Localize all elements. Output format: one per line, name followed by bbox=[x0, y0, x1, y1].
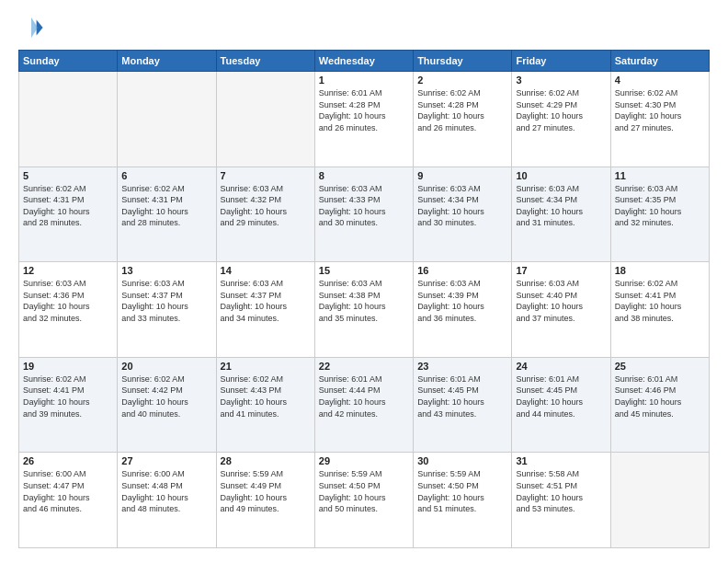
calendar-table: SundayMondayTuesdayWednesdayThursdayFrid… bbox=[18, 50, 710, 548]
calendar-cell: 9Sunrise: 6:03 AM Sunset: 4:34 PM Daylig… bbox=[414, 167, 512, 262]
day-number: 3 bbox=[516, 75, 606, 86]
calendar-cell bbox=[216, 72, 314, 167]
day-number: 12 bbox=[23, 265, 113, 276]
calendar-cell: 25Sunrise: 6:01 AM Sunset: 4:46 PM Dayli… bbox=[610, 357, 709, 453]
calendar-cell bbox=[19, 72, 118, 167]
calendar-cell: 12Sunrise: 6:03 AM Sunset: 4:36 PM Dayli… bbox=[19, 262, 118, 358]
day-number: 21 bbox=[221, 361, 311, 372]
day-info: Sunrise: 6:03 AM Sunset: 4:35 PM Dayligh… bbox=[615, 183, 705, 229]
day-info: Sunrise: 6:02 AM Sunset: 4:30 PM Dayligh… bbox=[615, 87, 705, 133]
day-number: 9 bbox=[417, 170, 507, 181]
day-number: 8 bbox=[319, 170, 409, 181]
calendar-cell: 6Sunrise: 6:02 AM Sunset: 4:31 PM Daylig… bbox=[118, 167, 216, 262]
calendar-cell: 19Sunrise: 6:02 AM Sunset: 4:41 PM Dayli… bbox=[19, 357, 118, 453]
calendar-cell: 30Sunrise: 5:59 AM Sunset: 4:50 PM Dayli… bbox=[414, 453, 512, 548]
weekday-friday: Friday bbox=[512, 51, 610, 72]
day-info: Sunrise: 5:59 AM Sunset: 4:49 PM Dayligh… bbox=[221, 468, 311, 514]
calendar-cell: 17Sunrise: 6:03 AM Sunset: 4:40 PM Dayli… bbox=[512, 262, 610, 358]
day-number: 24 bbox=[516, 361, 606, 372]
header bbox=[18, 15, 710, 40]
calendar-cell: 29Sunrise: 5:59 AM Sunset: 4:50 PM Dayli… bbox=[314, 453, 413, 548]
day-number: 19 bbox=[23, 361, 113, 372]
calendar-cell: 14Sunrise: 6:03 AM Sunset: 4:37 PM Dayli… bbox=[216, 262, 314, 358]
day-info: Sunrise: 6:02 AM Sunset: 4:31 PM Dayligh… bbox=[23, 183, 113, 229]
calendar-cell bbox=[610, 453, 709, 548]
calendar-cell: 16Sunrise: 6:03 AM Sunset: 4:39 PM Dayli… bbox=[414, 262, 512, 358]
calendar-cell: 22Sunrise: 6:01 AM Sunset: 4:44 PM Dayli… bbox=[314, 357, 413, 453]
day-number: 26 bbox=[23, 455, 113, 466]
day-number: 27 bbox=[121, 455, 211, 466]
day-info: Sunrise: 6:03 AM Sunset: 4:34 PM Dayligh… bbox=[417, 183, 507, 229]
day-info: Sunrise: 6:03 AM Sunset: 4:37 PM Dayligh… bbox=[221, 278, 311, 324]
day-number: 4 bbox=[615, 75, 705, 86]
day-number: 7 bbox=[221, 170, 311, 181]
logo bbox=[18, 15, 48, 40]
day-info: Sunrise: 6:00 AM Sunset: 4:48 PM Dayligh… bbox=[121, 468, 211, 514]
calendar-cell: 8Sunrise: 6:03 AM Sunset: 4:33 PM Daylig… bbox=[314, 167, 413, 262]
day-number: 18 bbox=[615, 265, 705, 276]
calendar-week-row: 1Sunrise: 6:01 AM Sunset: 4:28 PM Daylig… bbox=[19, 72, 710, 167]
day-number: 11 bbox=[615, 170, 705, 181]
calendar-cell: 1Sunrise: 6:01 AM Sunset: 4:28 PM Daylig… bbox=[314, 72, 413, 167]
calendar-week-row: 5Sunrise: 6:02 AM Sunset: 4:31 PM Daylig… bbox=[19, 167, 710, 262]
weekday-header-row: SundayMondayTuesdayWednesdayThursdayFrid… bbox=[19, 51, 710, 72]
day-number: 6 bbox=[121, 170, 211, 181]
day-info: Sunrise: 6:02 AM Sunset: 4:29 PM Dayligh… bbox=[516, 87, 606, 133]
day-number: 31 bbox=[516, 455, 606, 466]
calendar-cell: 11Sunrise: 6:03 AM Sunset: 4:35 PM Dayli… bbox=[610, 167, 709, 262]
day-number: 1 bbox=[319, 75, 409, 86]
day-info: Sunrise: 6:03 AM Sunset: 4:37 PM Dayligh… bbox=[121, 278, 211, 324]
page: SundayMondayTuesdayWednesdayThursdayFrid… bbox=[0, 0, 728, 563]
day-number: 23 bbox=[417, 361, 507, 372]
day-info: Sunrise: 6:02 AM Sunset: 4:31 PM Dayligh… bbox=[121, 183, 211, 229]
day-info: Sunrise: 6:03 AM Sunset: 4:38 PM Dayligh… bbox=[319, 278, 409, 324]
day-number: 5 bbox=[23, 170, 113, 181]
day-info: Sunrise: 6:01 AM Sunset: 4:28 PM Dayligh… bbox=[319, 87, 409, 133]
calendar-week-row: 26Sunrise: 6:00 AM Sunset: 4:47 PM Dayli… bbox=[19, 453, 710, 548]
day-number: 28 bbox=[221, 455, 311, 466]
day-info: Sunrise: 6:03 AM Sunset: 4:40 PM Dayligh… bbox=[516, 278, 606, 324]
calendar-cell: 3Sunrise: 6:02 AM Sunset: 4:29 PM Daylig… bbox=[512, 72, 610, 167]
calendar-cell: 7Sunrise: 6:03 AM Sunset: 4:32 PM Daylig… bbox=[216, 167, 314, 262]
day-info: Sunrise: 6:02 AM Sunset: 4:42 PM Dayligh… bbox=[121, 373, 211, 419]
weekday-saturday: Saturday bbox=[610, 51, 709, 72]
day-number: 14 bbox=[221, 265, 311, 276]
calendar-cell: 4Sunrise: 6:02 AM Sunset: 4:30 PM Daylig… bbox=[610, 72, 709, 167]
day-number: 30 bbox=[417, 455, 507, 466]
calendar-cell: 5Sunrise: 6:02 AM Sunset: 4:31 PM Daylig… bbox=[19, 167, 118, 262]
day-info: Sunrise: 6:03 AM Sunset: 4:32 PM Dayligh… bbox=[221, 183, 311, 229]
calendar-cell: 2Sunrise: 6:02 AM Sunset: 4:28 PM Daylig… bbox=[414, 72, 512, 167]
day-info: Sunrise: 6:01 AM Sunset: 4:45 PM Dayligh… bbox=[417, 373, 507, 419]
day-number: 17 bbox=[516, 265, 606, 276]
day-info: Sunrise: 6:01 AM Sunset: 4:45 PM Dayligh… bbox=[516, 373, 606, 419]
weekday-thursday: Thursday bbox=[414, 51, 512, 72]
day-number: 15 bbox=[319, 265, 409, 276]
calendar-cell: 23Sunrise: 6:01 AM Sunset: 4:45 PM Dayli… bbox=[414, 357, 512, 453]
day-number: 16 bbox=[417, 265, 507, 276]
day-info: Sunrise: 6:02 AM Sunset: 4:43 PM Dayligh… bbox=[221, 373, 311, 419]
calendar-cell: 18Sunrise: 6:02 AM Sunset: 4:41 PM Dayli… bbox=[610, 262, 709, 358]
day-info: Sunrise: 6:01 AM Sunset: 4:46 PM Dayligh… bbox=[615, 373, 705, 419]
calendar-cell: 24Sunrise: 6:01 AM Sunset: 4:45 PM Dayli… bbox=[512, 357, 610, 453]
calendar-week-row: 19Sunrise: 6:02 AM Sunset: 4:41 PM Dayli… bbox=[19, 357, 710, 453]
day-info: Sunrise: 6:01 AM Sunset: 4:44 PM Dayligh… bbox=[319, 373, 409, 419]
weekday-sunday: Sunday bbox=[19, 51, 118, 72]
day-info: Sunrise: 6:03 AM Sunset: 4:36 PM Dayligh… bbox=[23, 278, 113, 324]
calendar-cell: 26Sunrise: 6:00 AM Sunset: 4:47 PM Dayli… bbox=[19, 453, 118, 548]
logo-icon bbox=[18, 15, 44, 40]
calendar-cell: 10Sunrise: 6:03 AM Sunset: 4:34 PM Dayli… bbox=[512, 167, 610, 262]
calendar-cell: 13Sunrise: 6:03 AM Sunset: 4:37 PM Dayli… bbox=[118, 262, 216, 358]
calendar-cell: 31Sunrise: 5:58 AM Sunset: 4:51 PM Dayli… bbox=[512, 453, 610, 548]
day-number: 25 bbox=[615, 361, 705, 372]
day-info: Sunrise: 6:02 AM Sunset: 4:41 PM Dayligh… bbox=[615, 278, 705, 324]
calendar-week-row: 12Sunrise: 6:03 AM Sunset: 4:36 PM Dayli… bbox=[19, 262, 710, 358]
day-info: Sunrise: 6:03 AM Sunset: 4:33 PM Dayligh… bbox=[319, 183, 409, 229]
weekday-tuesday: Tuesday bbox=[216, 51, 314, 72]
day-info: Sunrise: 6:03 AM Sunset: 4:39 PM Dayligh… bbox=[417, 278, 507, 324]
calendar-cell: 20Sunrise: 6:02 AM Sunset: 4:42 PM Dayli… bbox=[118, 357, 216, 453]
day-info: Sunrise: 6:02 AM Sunset: 4:41 PM Dayligh… bbox=[23, 373, 113, 419]
day-number: 10 bbox=[516, 170, 606, 181]
calendar-cell: 15Sunrise: 6:03 AM Sunset: 4:38 PM Dayli… bbox=[314, 262, 413, 358]
calendar-cell bbox=[118, 72, 216, 167]
day-info: Sunrise: 6:03 AM Sunset: 4:34 PM Dayligh… bbox=[516, 183, 606, 229]
